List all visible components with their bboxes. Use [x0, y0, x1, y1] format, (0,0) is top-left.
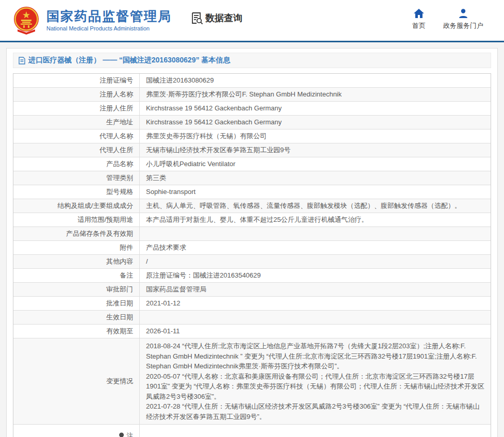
home-icon — [413, 8, 425, 19]
field-label: 产品储存条件及有效期 — [13, 227, 140, 240]
field-value: 2018-08-24 “代理人住所:北京市海淀区上地信息产业基地开拓路7号（先锋… — [140, 338, 491, 424]
table-row: 生产地址 Kirchstrasse 19 56412 Gackenbach Ge… — [13, 116, 491, 130]
field-value: 无锡市锡山经济技术开发区春笋路五期工业园9号 — [140, 143, 491, 157]
field-label: 审批部门 — [13, 283, 140, 296]
table-row: 生效日期 — [13, 311, 491, 325]
document-icon — [19, 57, 25, 64]
table-row: 附件 产品技术要求 — [13, 241, 491, 255]
table-row: 批准日期 2021-01-12 — [13, 297, 491, 311]
field-label: 有效期至 — [13, 325, 140, 338]
field-value: 原注册证编号：国械注进20163540629 — [140, 269, 491, 282]
field-label: 代理人名称 — [13, 130, 140, 143]
field-value: 产品技术要求 — [140, 241, 491, 254]
table-row: 有效期至 2026-01-11 — [13, 325, 491, 338]
field-label: 附件 — [13, 241, 140, 254]
field-value: 2021-01-12 — [140, 297, 491, 310]
bulb-icon — [119, 432, 124, 437]
field-label: 备注 — [13, 269, 140, 282]
field-label: 变更情况 — [13, 338, 140, 424]
field-value — [140, 227, 491, 240]
document-search-icon — [190, 11, 204, 25]
field-value: Sophie-transport — [140, 185, 491, 199]
field-value: 主机、病人单元、呼吸管路、氧传感器、流量传感器、腹部触发模块（选配）、腹部触发传… — [140, 199, 491, 213]
field-label: 注册人名称 — [13, 88, 140, 101]
field-value — [140, 311, 491, 324]
brand-name-en: National Medical Products Administration — [46, 25, 172, 31]
field-value: 弗里茨史蒂芬医疗科技（无锡）有限公司 — [140, 130, 491, 143]
table-row: 备注 原注册证编号：国械注进20163540629 — [13, 269, 491, 283]
nav-portal[interactable]: 政务服务门户 — [443, 8, 483, 30]
field-value: 国家药品监督管理局 — [140, 283, 491, 296]
table-row: 管理类别 第三类 — [13, 171, 491, 185]
field-value: 国械注进20163080629 — [140, 74, 491, 87]
field-label: 生效日期 — [13, 311, 140, 324]
table-row: 审批部门 国家药品监督管理局 — [13, 283, 491, 297]
brand[interactable]: 国家药品监督管理局 National Medical Products Admi… — [12, 6, 172, 36]
brand-name-cn: 国家药品监督管理局 — [46, 9, 172, 24]
data-query-label: 数据查询 — [205, 12, 242, 24]
nav-home[interactable]: 首页 — [412, 8, 426, 30]
field-value: Kirchstrasse 19 56412 Gackenbach Germany — [140, 102, 491, 115]
table-row: 代理人名称 弗里茨史蒂芬医疗科技（无锡）有限公司 — [13, 130, 491, 143]
field-value: 详情 — [140, 425, 491, 437]
page-title-bar: 进口医疗器械（注册） —— “国械注进20163080629” 基本信息 — [13, 53, 491, 68]
field-value: 2026-01-11 — [140, 325, 491, 338]
field-label: 管理类别 — [13, 171, 140, 185]
field-label: 型号规格 — [13, 185, 140, 199]
table-row: 其他内容 / — [13, 255, 491, 269]
field-label: 代理人住所 — [13, 143, 140, 157]
table-row-note: 注 详情 — [13, 425, 491, 437]
field-value: 弗里茨·斯蒂芬医疗技术有限公司F. Stephan GmbH Medizinte… — [140, 88, 491, 101]
user-icon — [458, 8, 468, 19]
note-label: 注 — [126, 431, 133, 437]
site-header: 国家药品监督管理局 National Medical Products Admi… — [0, 0, 504, 42]
table-row: 代理人住所 无锡市锡山经济技术开发区春笋路五期工业园9号 — [13, 143, 491, 157]
field-value: / — [140, 255, 491, 268]
table-row: 产品储存条件及有效期 — [13, 227, 491, 241]
field-value: 本产品适用于对新生儿、婴儿、体重不超过25公斤儿童进行机械通气治疗。 — [140, 213, 491, 226]
field-label: 注册证编号 — [13, 74, 140, 87]
table-row: 适用范围/预期用途 本产品适用于对新生儿、婴儿、体重不超过25公斤儿童进行机械通… — [13, 213, 491, 227]
nmpa-emblem-logo — [12, 6, 40, 36]
field-label: 产品名称 — [13, 157, 140, 171]
table-row: 结构及组成/主要组成成分 主机、病人单元、呼吸管路、氧传感器、流量传感器、腹部触… — [13, 199, 491, 213]
field-label: 其他内容 — [13, 255, 140, 268]
nav-portal-label: 政务服务门户 — [443, 21, 483, 30]
table-row: 注册证编号 国械注进20163080629 — [13, 74, 491, 88]
page-title: 进口医疗器械（注册） —— “国械注进20163080629” 基本信息 — [28, 56, 230, 65]
field-label: 批准日期 — [13, 297, 140, 310]
table-row: 型号规格 Sophie-transport — [13, 185, 491, 199]
table-row: 注册人名称 弗里茨·斯蒂芬医疗技术有限公司F. Stephan GmbH Med… — [13, 88, 491, 102]
field-label: 适用范围/预期用途 — [13, 213, 140, 226]
registration-info-table: 注册证编号 国械注进20163080629 注册人名称 弗里茨·斯蒂芬医疗技术有… — [13, 73, 491, 437]
nav-home-label: 首页 — [412, 21, 426, 30]
table-row: 注册人住所 Kirchstrasse 19 56412 Gackenbach G… — [13, 102, 491, 116]
field-value: 小儿呼吸机Pediatric Ventilator — [140, 157, 491, 171]
field-value: Kirchstrasse 19 56412 Gackenbach Germany — [140, 116, 491, 129]
field-label: 注 — [13, 425, 140, 437]
data-query-nav[interactable]: 数据查询 — [190, 11, 242, 25]
field-label: 生产地址 — [13, 116, 140, 129]
field-value: 第三类 — [140, 171, 491, 185]
field-label: 注册人住所 — [13, 102, 140, 115]
table-row: 产品名称 小儿呼吸机Pediatric Ventilator — [13, 157, 491, 171]
content-panel: 进口医疗器械（注册） —— “国械注进20163080629” 基本信息 注册证… — [6, 48, 498, 437]
field-label: 结构及组成/主要组成成分 — [13, 199, 140, 213]
table-row-change-history: 变更情况 2018-08-24 “代理人住所:北京市海淀区上地信息产业基地开拓路… — [13, 338, 491, 425]
